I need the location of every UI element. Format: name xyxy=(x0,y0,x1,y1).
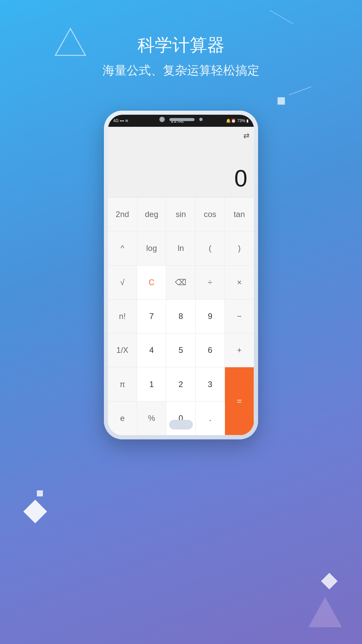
calc-btn-_[interactable]: ^ xyxy=(108,231,137,265)
calc-btn-4[interactable]: 4 xyxy=(137,333,166,367)
calc-btn-3[interactable]: 3 xyxy=(196,367,225,401)
display-value: 0 xyxy=(234,165,247,192)
phone-speaker xyxy=(170,118,195,121)
calc-btn-_[interactable]: ÷ xyxy=(196,266,225,300)
calc-btn-6[interactable]: 6 xyxy=(196,333,225,367)
calc-btn-_[interactable]: − xyxy=(225,300,254,333)
calc-btn-2nd[interactable]: 2nd xyxy=(108,198,137,231)
calc-btn-_[interactable]: ) xyxy=(225,231,254,265)
app-title: 科学计算器 xyxy=(0,34,362,57)
app-subtitle: 海量公式、复杂运算轻松搞定 xyxy=(0,62,362,79)
calc-btn-_[interactable]: × xyxy=(225,266,254,300)
calc-buttons: 2nddegsincostan^logln()√C⌫÷×n!789−1/X456… xyxy=(108,197,254,435)
phone-top-area xyxy=(160,117,203,122)
calc-btn-_[interactable]: % xyxy=(137,401,166,435)
calc-btn-0[interactable]: 0 xyxy=(166,401,195,435)
rotate-icon[interactable]: ⇄ xyxy=(243,131,249,140)
phone-camera xyxy=(160,117,165,122)
phone-home-button[interactable] xyxy=(169,420,193,429)
calc-btn-5[interactable]: 5 xyxy=(166,333,195,367)
status-left: 4G ▪▪▪ ≋ xyxy=(113,118,128,123)
calc-btn-deg[interactable]: deg xyxy=(137,198,166,231)
deco-line2 xyxy=(289,87,311,95)
calc-btn-1_X[interactable]: 1/X xyxy=(108,333,137,367)
calc-btn-_[interactable]: √ xyxy=(108,266,137,300)
deco-triangle-fill xyxy=(308,597,342,627)
phone-content: ⇄ 0 2nddegsincostan^logln()√C⌫÷×n!789−1/… xyxy=(108,127,254,435)
calc-btn-C[interactable]: C xyxy=(137,266,166,300)
phone-outer: 4G ▪▪▪ ≋ 11:32 🔔⏰ 73% ▮ ⇄ 0 2nddegsincos… xyxy=(104,111,258,439)
calc-btn-7[interactable]: 7 xyxy=(137,300,166,333)
calc-btn-8[interactable]: 8 xyxy=(166,300,195,333)
calc-btn-1[interactable]: 1 xyxy=(137,367,166,401)
calc-btn-n_[interactable]: n! xyxy=(108,300,137,333)
calc-btn-_[interactable]: ⌫ xyxy=(166,266,195,300)
calc-btn-_[interactable]: = xyxy=(225,367,254,435)
calc-btn-e[interactable]: e xyxy=(108,401,137,435)
phone-mockup: 4G ▪▪▪ ≋ 11:32 🔔⏰ 73% ▮ ⇄ 0 2nddegsincos… xyxy=(104,111,258,439)
deco-diamond1 xyxy=(23,500,47,524)
calc-btn-cos[interactable]: cos xyxy=(196,198,225,231)
header: 科学计算器 海量公式、复杂运算轻松搞定 xyxy=(0,0,362,79)
calc-btn-_[interactable]: . xyxy=(196,401,225,435)
calc-btn-_[interactable]: π xyxy=(108,367,137,401)
calc-btn-2[interactable]: 2 xyxy=(166,367,195,401)
calc-display: ⇄ 0 xyxy=(108,127,254,197)
calc-btn-9[interactable]: 9 xyxy=(196,300,225,333)
calc-btn-_[interactable]: + xyxy=(225,333,254,367)
calc-btn-_[interactable]: ( xyxy=(196,231,225,265)
deco-square1 xyxy=(278,97,285,105)
phone-inner: 4G ▪▪▪ ≋ 11:32 🔔⏰ 73% ▮ ⇄ 0 2nddegsincos… xyxy=(108,115,254,435)
calc-btn-tan[interactable]: tan xyxy=(225,198,254,231)
calc-btn-log[interactable]: log xyxy=(137,231,166,265)
calc-btn-ln[interactable]: ln xyxy=(166,231,195,265)
deco-diamond2 xyxy=(321,573,338,589)
status-right: 🔔⏰ 73% ▮ xyxy=(226,118,249,123)
phone-sensor xyxy=(199,118,203,121)
calc-btn-sin[interactable]: sin xyxy=(166,198,195,231)
deco-square2 xyxy=(37,490,43,496)
